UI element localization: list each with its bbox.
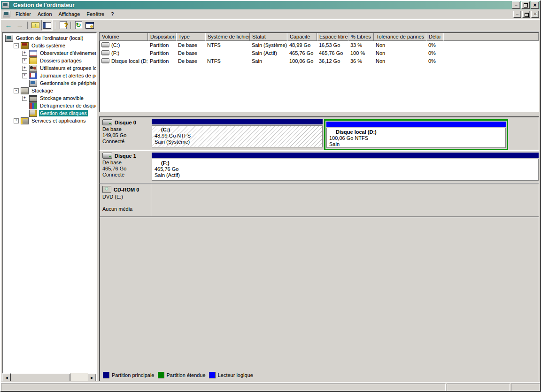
tree-item-label: Journaux et alertes de perfor <box>39 72 97 79</box>
cell-libres: 100 % <box>348 50 374 56</box>
legend-label: Partition principale <box>112 372 155 378</box>
legend-item-partition-etendue: Partition étendue <box>158 372 206 378</box>
expand-icon[interactable]: + <box>22 66 27 71</box>
volume-c[interactable]: (C:)48,99 Go NTFSSain (Système) <box>152 119 323 147</box>
disk-label-cd-rom-0[interactable]: CD-ROM 0DVD (E:) Aucun média <box>100 184 151 216</box>
column-header-statut[interactable]: Statut <box>250 33 287 41</box>
tree-item-label: Dossiers partagés <box>39 57 83 64</box>
disk-label-disque-0[interactable]: Disque 0De base149,05 GoConnecté <box>100 117 151 150</box>
collapse-icon[interactable]: - <box>14 43 19 48</box>
volume-type-strip <box>152 153 539 158</box>
disk-label-disque-1[interactable]: Disque 1De base465,76 GoConnecté <box>100 150 151 183</box>
help-page-icon: ? <box>60 21 67 29</box>
tree-horizontal-scrollbar[interactable]: ◀ ▶ <box>2 373 96 381</box>
cell-volume: (F:) <box>100 50 148 56</box>
scroll-right-button[interactable]: ▶ <box>88 373 96 381</box>
removable-icon <box>29 95 37 102</box>
console-tree-panel: Gestion de l'ordinateur (local)-Outils s… <box>2 32 97 381</box>
tree-item-gestion-de-l-ordinateur-local[interactable]: Gestion de l'ordinateur (local) <box>2 34 96 42</box>
status-bar <box>1 382 540 391</box>
tree-item-gestion-des-disques[interactable]: Gestion des disques <box>2 109 96 117</box>
mdi-restore-button[interactable] <box>522 11 530 18</box>
scrollbar-track[interactable] <box>70 373 88 381</box>
mdi-close-button[interactable] <box>531 11 539 18</box>
toolbar-separator <box>70 22 71 29</box>
tree-item-outils-systeme[interactable]: -Outils système <box>2 42 96 49</box>
title-bar[interactable]: Gestion de l'ordinateur <box>1 1 540 9</box>
expand-icon[interactable]: + <box>22 73 27 78</box>
menu-item-fichier[interactable]: Fichier <box>12 10 34 18</box>
cell-text: 465,76 Go <box>289 50 313 56</box>
column-header-espace-libre[interactable]: Espace libre <box>317 33 348 41</box>
menu-item-affichage[interactable]: Affichage <box>55 10 84 18</box>
scroll-left-button[interactable]: ◀ <box>2 373 11 381</box>
cell-text: Non <box>376 58 385 64</box>
disk-console-button[interactable] <box>85 20 95 30</box>
pane-splitter[interactable] <box>99 112 539 116</box>
column-header-volume[interactable]: Volume <box>100 33 148 41</box>
disk-info-line: 149,05 Go <box>102 132 149 138</box>
volume-f[interactable]: (F:)465,76 GoSain (Actif) <box>152 153 539 181</box>
tree-item-dossiers-partages[interactable]: +Dossiers partagés <box>2 57 96 64</box>
minimize-button[interactable] <box>512 1 520 9</box>
menu-item-[interactable]: ? <box>108 10 117 18</box>
show-hide-tree-button[interactable] <box>41 20 53 31</box>
menu-item-fenetre[interactable]: Fenêtre <box>83 10 108 18</box>
tree-item-observateur-d-evenements[interactable]: +Observateur d'événements <box>2 49 96 57</box>
collapse-icon[interactable]: - <box>14 88 19 93</box>
column-header-disposition[interactable]: Disposition <box>148 33 176 41</box>
restore-button[interactable] <box>521 1 530 9</box>
status-panel-2 <box>447 384 510 391</box>
tree-item-defragmenteur-de-disque[interactable]: Défragmenteur de disque <box>2 102 96 109</box>
volume-type-strip <box>326 122 506 127</box>
cell-text: De base <box>178 58 197 64</box>
cell-espace-libre: 36,12 Go <box>317 58 348 64</box>
up-one-level-button[interactable]: ↑ <box>30 20 40 30</box>
table-row[interactable]: (F:)PartitionDe baseSain (Actif)465,76 G… <box>100 49 539 57</box>
tree-item-stockage[interactable]: -Stockage <box>2 87 96 94</box>
cell-text: 0% <box>428 42 436 48</box>
tree-item-stockage-amovible[interactable]: +Stockage amovible <box>2 94 96 102</box>
cell-type: De base <box>176 50 205 56</box>
disk-bars: (F:)465,76 GoSain (Actif) <box>151 150 539 183</box>
cell-text: 0% <box>428 50 436 56</box>
refresh-button[interactable]: ↻ <box>73 20 84 30</box>
tree-item-label: Outils système <box>31 42 66 49</box>
column-header-systeme-de-fichiers[interactable]: Système de fichiers <box>205 33 250 41</box>
volume-text: (F:) <box>155 160 536 166</box>
back-button[interactable]: ← <box>3 20 14 30</box>
close-button[interactable] <box>531 1 539 9</box>
column-header-libres[interactable]: % Libres <box>348 33 374 41</box>
disk-rows: Disque 0De base149,05 GoConnecté(C:)48,9… <box>100 117 539 217</box>
tree-item-journaux-et-alertes-de-perfor[interactable]: +Journaux et alertes de perfor <box>2 72 96 79</box>
expand-icon[interactable]: + <box>22 96 27 101</box>
tree-item-gestionnaire-de-peripherique[interactable]: Gestionnaire de périphérique <box>2 79 96 87</box>
cell-text: Sain (Actif) <box>252 50 277 56</box>
mdi-child-icon[interactable] <box>3 11 10 17</box>
expand-icon[interactable]: + <box>22 58 27 63</box>
column-header-delai[interactable]: Délai <box>426 33 443 41</box>
menu-item-action[interactable]: Action <box>34 10 55 18</box>
legend-color-swatch <box>209 372 216 378</box>
table-row[interactable]: Disque local (D:)PartitionDe baseNTFSSai… <box>100 57 539 65</box>
column-header-tolerance-de-pannes[interactable]: Tolérance de pannes <box>374 33 426 41</box>
tree-item-services-et-applications[interactable]: +Services et applications <box>2 117 96 124</box>
cell-text: Partition <box>150 50 169 56</box>
column-header-type[interactable]: Type <box>176 33 205 41</box>
toolbar: ← → ↑ ? ↻ <box>1 19 540 31</box>
app-icon[interactable] <box>2 2 9 8</box>
forward-button[interactable]: → <box>15 20 25 30</box>
mdi-minimize-button[interactable] <box>513 11 521 18</box>
table-row[interactable]: (C:)PartitionDe baseNTFSSain (Système)48… <box>100 41 539 49</box>
scrollbar-thumb[interactable] <box>11 373 70 381</box>
disk-bars <box>151 184 539 216</box>
cell-text: Partition <box>150 58 169 64</box>
help-button[interactable]: ? <box>58 20 68 30</box>
disk-name: CD-ROM 0 <box>102 186 149 193</box>
volume-disque-local-d[interactable]: Disque local (D:)100,06 Go NTFSSain <box>324 119 508 150</box>
expand-icon[interactable]: + <box>14 118 19 123</box>
expand-icon[interactable]: + <box>22 51 27 56</box>
cell-statut: Sain (Actif) <box>250 50 287 56</box>
tree-item-utilisateurs-et-groupes-locaux[interactable]: +Utilisateurs et groupes locaux <box>2 64 96 72</box>
column-header-capacite[interactable]: Capacité <box>287 33 317 41</box>
